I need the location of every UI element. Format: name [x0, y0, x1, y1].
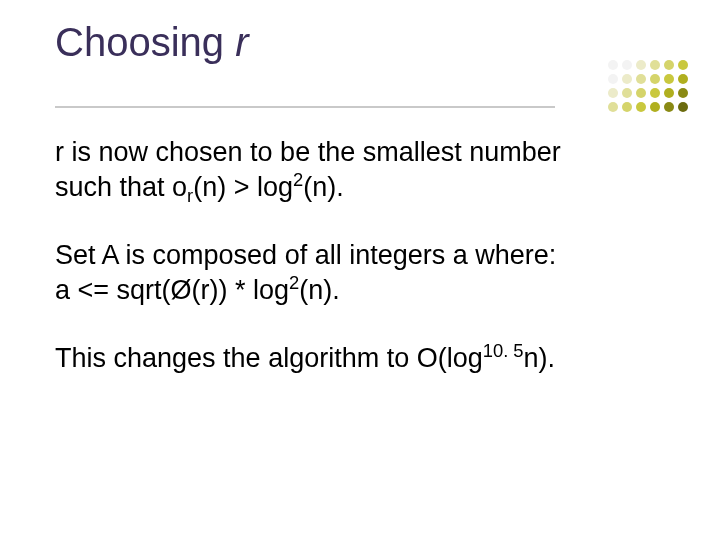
dot — [650, 88, 660, 98]
p3-b: n). — [524, 343, 556, 373]
dot — [664, 60, 674, 70]
paragraph-2: Set A is composed of all integers a wher… — [55, 238, 655, 307]
dot — [678, 102, 688, 112]
p1-line2a: such that o — [55, 172, 187, 202]
dot — [636, 88, 646, 98]
title-underline — [55, 106, 555, 108]
dot — [608, 60, 618, 70]
dot — [664, 88, 674, 98]
dot — [636, 60, 646, 70]
dot — [636, 74, 646, 84]
paragraph-3: This changes the algorithm to O(log10. 5… — [55, 341, 655, 376]
dot — [636, 102, 646, 112]
p1-sup-2: 2 — [293, 169, 303, 190]
dot — [650, 102, 660, 112]
dot — [678, 74, 688, 84]
slide-body: r is now chosen to be the smallest numbe… — [55, 135, 655, 410]
p2-sup-2: 2 — [289, 272, 299, 293]
dot — [664, 102, 674, 112]
dot — [608, 88, 618, 98]
p1-line2b: (n) > log — [193, 172, 293, 202]
decorative-dot-grid — [608, 60, 690, 114]
dot — [622, 74, 632, 84]
dot — [664, 74, 674, 84]
dot — [650, 74, 660, 84]
paragraph-1: r is now chosen to be the smallest numbe… — [55, 135, 655, 204]
dot — [678, 88, 688, 98]
dot — [622, 60, 632, 70]
dot — [608, 74, 618, 84]
dot — [678, 60, 688, 70]
p2-line2a: a <= sqrt(Ø(r)) * log — [55, 275, 289, 305]
p1-line2c: (n). — [303, 172, 344, 202]
p3-sup: 10. 5 — [483, 340, 524, 361]
p3-a: This changes the algorithm to O(log — [55, 343, 483, 373]
dot — [608, 102, 618, 112]
dot — [622, 88, 632, 98]
dot — [622, 102, 632, 112]
p1-line1: r is now chosen to be the smallest numbe… — [55, 137, 561, 167]
p2-line1: Set A is composed of all integers a wher… — [55, 240, 556, 270]
dot — [650, 60, 660, 70]
title-prefix: Choosing — [55, 20, 235, 64]
slide-title: Choosing r — [55, 20, 248, 65]
p2-line2b: (n). — [299, 275, 340, 305]
title-variable: r — [235, 20, 248, 64]
